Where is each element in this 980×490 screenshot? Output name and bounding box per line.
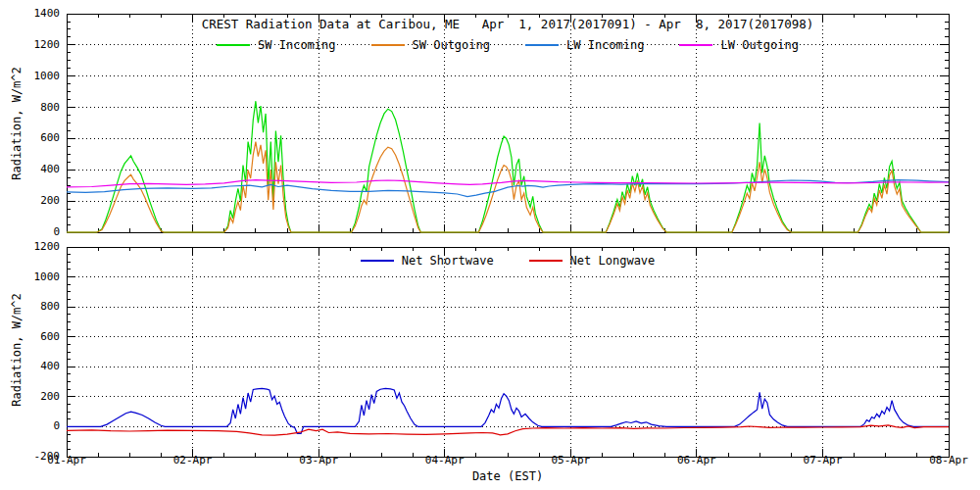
legend-label: SW Incoming [258, 38, 335, 52]
y-tick-label: 400 [0, 163, 60, 176]
y-tick-label: 200 [0, 390, 60, 404]
legend-label: Net Longwave [570, 254, 656, 268]
legend-label: Net Shortwave [402, 254, 494, 268]
bottom-panel-legend: Net ShortwaveNet Longwave [67, 254, 949, 268]
y-tick-label: 600 [0, 131, 60, 145]
legend-item: SW Outgoing [371, 38, 490, 52]
legend-label: SW Outgoing [413, 38, 490, 52]
legend-item: LW Outgoing [679, 38, 798, 52]
y-tick-label: 1200 [0, 240, 60, 254]
legend-item: SW Incoming [217, 38, 335, 52]
chart-canvas [0, 0, 980, 490]
chart-title: CREST Radiation Data at Caribou, ME Apr … [67, 17, 949, 31]
y-tick-label: 1000 [0, 70, 60, 83]
x-tick-label: 06-Apr [671, 454, 722, 466]
x-tick-label: 05-Apr [545, 454, 596, 466]
y-tick-label: 1000 [0, 270, 60, 284]
x-tick-label: 04-Apr [419, 454, 470, 466]
x-tick-label: 03-Apr [293, 454, 344, 466]
top-panel-legend: SW IncomingSW OutgoingLW IncomingLW Outg… [67, 38, 949, 52]
legend-line-swatch [361, 260, 394, 262]
legend-label: LW Incoming [566, 38, 644, 52]
legend-line-swatch [529, 260, 563, 262]
y-tick-label: 1200 [0, 38, 60, 52]
legend-item: Net Longwave [529, 254, 656, 268]
crest-radiation-chart: CREST Radiation Data at Caribou, ME Apr … [0, 0, 980, 490]
legend-item: LW Incoming [525, 38, 644, 52]
y-tick-label: 600 [0, 330, 60, 344]
x-tick-label: 01-Apr [41, 454, 92, 466]
legend-label: LW Outgoing [720, 38, 798, 52]
y-tick-label: 800 [0, 101, 60, 115]
bottom-y-axis-label: Radiation, W/m^2 [10, 271, 25, 428]
legend-line-swatch [525, 44, 559, 46]
legend-line-swatch [679, 44, 712, 46]
y-tick-label: 0 [0, 225, 60, 239]
series-line [67, 388, 949, 433]
legend-line-swatch [217, 44, 250, 46]
y-tick-label: 200 [0, 194, 60, 208]
x-tick-label: 02-Apr [168, 454, 219, 466]
series-line [67, 101, 949, 232]
legend-item: Net Shortwave [361, 254, 494, 268]
y-tick-label: 800 [0, 300, 60, 314]
x-tick-label: 08-Apr [923, 454, 974, 466]
legend-line-swatch [371, 44, 405, 46]
y-tick-label: 0 [0, 419, 60, 433]
y-tick-label: 1400 [0, 7, 60, 21]
x-tick-label: 07-Apr [797, 454, 848, 466]
x-axis-label: Date (EST) [67, 469, 949, 483]
y-tick-label: 400 [0, 360, 60, 373]
